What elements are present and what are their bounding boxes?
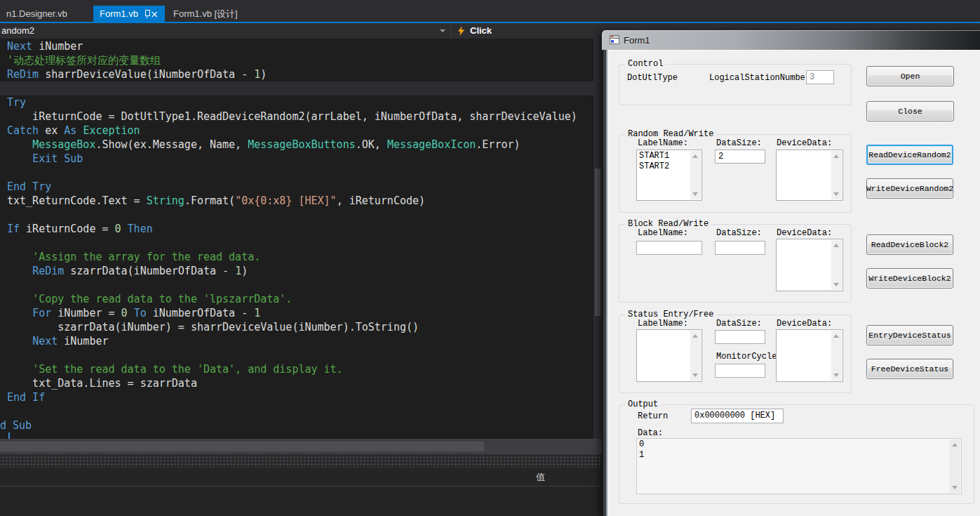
scrollbar-thumb[interactable] (595, 168, 600, 316)
event-dropdown[interactable]: Click (470, 23, 492, 39)
random-devicedata-input[interactable] (776, 150, 843, 201)
form-client-area: Control DotUtlType LogicalStationNumbe 3… (608, 50, 980, 516)
form-icon (610, 35, 619, 44)
random-datasize-input[interactable]: 2 (715, 150, 765, 164)
dotutltype-label: DotUtlType (627, 73, 678, 83)
status-entryfree-groupbox: Status Entry/Free LabelName: DataSize: M… (619, 315, 852, 393)
scroll-down-icon[interactable] (833, 373, 839, 377)
textbox-scrollbar[interactable] (831, 151, 842, 199)
scroll-up-icon[interactable] (692, 154, 698, 158)
datasize-label: DataSize: (716, 228, 762, 238)
tab-label: n1.Designer.vb (6, 8, 67, 19)
textbox-scrollbar[interactable] (690, 331, 701, 381)
textbox-content (639, 331, 690, 381)
output-groupbox: Output Return 0x00000000 [HEX] Data: 0 1 (619, 404, 974, 504)
watch-header-row: 值 (0, 468, 602, 487)
tab-form1-vb[interactable]: Form1.vb × (93, 6, 165, 22)
status-monitorcycle-input[interactable] (715, 364, 765, 378)
textbox-content (779, 331, 831, 381)
watch-value-column-header[interactable]: 值 (536, 471, 545, 484)
datasize-label: DataSize: (716, 138, 762, 148)
tab-form1-design[interactable]: Form1.vb [设计] (167, 6, 244, 22)
navbar-separator (450, 25, 451, 37)
monitorcycle-label: MonitorCycle: (716, 352, 782, 362)
labelname-label: LabelName: (638, 319, 688, 329)
member-dropdown[interactable]: andom2 (1, 23, 34, 39)
read-device-random2-button[interactable]: ReadDeviceRandom2 (866, 145, 953, 165)
watch-row[interactable] (0, 498, 602, 511)
datasize-label: DataSize: (716, 319, 762, 329)
window-title: Form1 (624, 35, 650, 46)
groupbox-title: Output (625, 399, 661, 410)
scroll-up-icon[interactable] (833, 334, 839, 338)
return-label: Return (638, 411, 668, 421)
random-labelname-input[interactable]: START1 START2 (636, 150, 702, 201)
watch-row[interactable] (0, 487, 602, 499)
textbox-scrollbar[interactable] (831, 331, 842, 381)
labelname-label: LabelName: (638, 138, 688, 148)
read-device-block2-button[interactable]: ReadDeviceBlock2 (866, 234, 953, 255)
block-datasize-input[interactable] (715, 241, 765, 255)
scroll-up-icon[interactable] (952, 443, 958, 446)
status-labelname-input[interactable] (636, 329, 702, 382)
screen: n1.Designer.vb Form1.vb × Form1.vb [设计] … (0, 0, 980, 516)
labelname-label: LabelName: (638, 228, 688, 238)
scroll-up-icon[interactable] (692, 334, 698, 338)
event-icon (457, 26, 465, 36)
return-code-input[interactable]: 0x00000000 [HEX] (691, 409, 784, 423)
form1-window: Form1 Control DotUtlType LogicalStationN… (602, 30, 980, 516)
devicedata-label: DeviceData: (777, 228, 832, 238)
logical-station-label: LogicalStationNumbe (709, 73, 805, 83)
watch-row[interactable] (0, 510, 602, 516)
scroll-up-icon[interactable] (833, 244, 839, 247)
window-left-border (602, 50, 608, 516)
panel-splitter[interactable] (0, 454, 602, 468)
data-label: Data: (638, 428, 663, 438)
textbox-content (779, 240, 831, 290)
open-button[interactable]: Open (866, 66, 954, 86)
scroll-down-icon[interactable] (833, 192, 839, 196)
editor-vertical-scrollbar[interactable] (593, 39, 602, 439)
scroll-down-icon[interactable] (692, 192, 698, 196)
textbox-content: 0 1 (639, 439, 949, 493)
chevron-down-icon[interactable] (440, 29, 445, 32)
tab-form1-designer[interactable]: n1.Designer.vb (0, 6, 74, 22)
output-data-input[interactable]: 0 1 (636, 438, 962, 494)
block-devicedata-input[interactable] (776, 239, 843, 291)
status-devicedata-input[interactable] (776, 329, 843, 382)
code-editor[interactable]: Next iNumber'动态处理标签所对应的变量数组ReDim sharrDe… (0, 39, 602, 439)
textbox-scrollbar[interactable] (950, 439, 960, 493)
devicedata-label: DeviceData: (777, 138, 832, 148)
devicedata-label: DeviceData: (777, 319, 832, 329)
block-readwrite-groupbox: Block Read/Write LabelName: DataSize: De… (619, 224, 852, 303)
scroll-down-icon[interactable] (952, 486, 958, 489)
entry-device-status-button[interactable]: EntryDeviceStatus (866, 325, 953, 345)
pin-icon[interactable] (144, 9, 145, 18)
editor-horizontal-scrollbar[interactable] (0, 439, 602, 454)
scroll-up-icon[interactable] (833, 154, 839, 158)
write-device-random2-button[interactable]: WriteDeviceRandom2 (866, 178, 953, 199)
close-icon[interactable]: × (150, 9, 159, 19)
block-labelname-input[interactable] (636, 241, 702, 255)
tab-label: Form1.vb (100, 8, 138, 19)
status-datasize-input[interactable] (715, 330, 765, 344)
watch-panel: 值 (0, 468, 602, 516)
tab-label: Form1.vb [设计] (173, 8, 238, 20)
window-title-bar[interactable]: Form1 (602, 30, 980, 50)
control-groupbox: Control DotUtlType LogicalStationNumbe 3 (619, 64, 852, 105)
editor-tab-bar: n1.Designer.vb Form1.vb × Form1.vb [设计] (0, 0, 980, 22)
textbox-content (779, 151, 831, 199)
groupbox-title: Control (625, 59, 666, 70)
scroll-down-icon[interactable] (833, 283, 839, 286)
textbox-content: START1 START2 (639, 151, 690, 199)
textbox-scrollbar[interactable] (831, 240, 842, 290)
close-button[interactable]: Close (866, 101, 954, 121)
textbox-scrollbar[interactable] (690, 151, 701, 199)
scrollbar-thumb[interactable] (0, 442, 484, 451)
write-device-block2-button[interactable]: WriteDeviceBlock2 (866, 268, 953, 289)
random-readwrite-groupbox: Random Read/Write LabelName: START1 STAR… (619, 134, 852, 213)
logical-station-input[interactable]: 3 (806, 70, 834, 84)
free-device-status-button[interactable]: FreeDeviceStatus (866, 359, 953, 379)
scroll-down-icon[interactable] (692, 373, 698, 377)
